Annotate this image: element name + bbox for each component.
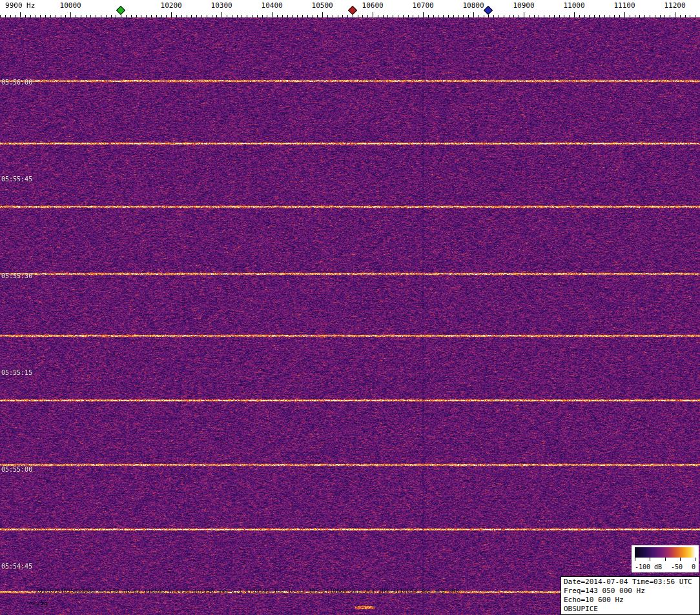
ruler-tick bbox=[166, 15, 167, 17]
ruler-tick bbox=[86, 15, 87, 17]
ruler-tick bbox=[61, 15, 61, 17]
blue-diamond-marker-icon[interactable] bbox=[484, 6, 493, 15]
ruler-tick bbox=[423, 12, 424, 17]
ruler-tick bbox=[635, 15, 635, 17]
ruler-tick bbox=[484, 15, 484, 17]
ruler-tick bbox=[201, 15, 202, 17]
ruler-tick bbox=[438, 15, 438, 17]
ruler-tick bbox=[353, 15, 353, 17]
ruler-tick bbox=[207, 15, 207, 17]
spectrogram-waterfall: 05:56:0005:55:4505:55:3005:55:1505:55:00… bbox=[0, 17, 700, 615]
ruler-tick bbox=[156, 15, 157, 17]
meteor-spectrogram-app: 9900 Hz100001020010300104001050010600107… bbox=[0, 0, 700, 615]
ruler-tick bbox=[45, 15, 46, 17]
ruler-tick bbox=[342, 15, 343, 17]
ruler-tick bbox=[670, 15, 670, 17]
ruler-tick bbox=[393, 15, 393, 17]
ruler-tick bbox=[221, 12, 222, 17]
ruler-tick bbox=[141, 15, 141, 17]
ruler-tick bbox=[574, 12, 575, 17]
ruler-tick bbox=[387, 15, 388, 17]
ruler-tick bbox=[65, 15, 66, 17]
ruler-tick bbox=[171, 12, 172, 17]
ruler-tick bbox=[131, 15, 132, 17]
freq-tick-label: 10500 bbox=[312, 2, 333, 9]
freq-tick-label: 11200 bbox=[664, 2, 685, 9]
ruler-tick bbox=[96, 15, 96, 17]
ruler-tick bbox=[650, 15, 650, 17]
ruler-tick bbox=[599, 15, 600, 17]
ruler-tick bbox=[242, 15, 242, 17]
freq-tick-label: 10000 bbox=[60, 2, 81, 9]
ruler-tick bbox=[655, 15, 655, 17]
ruler-tick bbox=[232, 15, 232, 17]
ruler-tick bbox=[695, 15, 695, 17]
ruler-tick bbox=[362, 15, 363, 17]
ruler-tick bbox=[151, 15, 152, 17]
ruler-tick bbox=[534, 15, 535, 17]
ruler-tick bbox=[25, 15, 26, 17]
ruler-tick bbox=[413, 15, 413, 17]
ruler-tick bbox=[433, 15, 434, 17]
ruler-tick bbox=[428, 15, 429, 17]
ruler-tick bbox=[227, 15, 227, 17]
ruler-tick bbox=[313, 15, 313, 17]
colorbar-label-max: 0 bbox=[692, 563, 695, 570]
ruler-tick bbox=[473, 12, 474, 17]
ruler-tick bbox=[463, 15, 464, 17]
ruler-tick bbox=[76, 15, 76, 17]
ruler-tick bbox=[358, 15, 358, 17]
ruler-tick bbox=[493, 15, 494, 17]
red-diamond-marker-icon[interactable] bbox=[348, 6, 357, 15]
time-tick-label: 05:55:45 bbox=[1, 176, 32, 183]
time-tick-label: 05:54:45 bbox=[1, 563, 32, 570]
ruler-tick bbox=[70, 12, 71, 17]
info-frequency: Freq=143 050 000 Hz bbox=[564, 587, 697, 596]
ruler-tick bbox=[267, 15, 267, 17]
ruler-tick bbox=[36, 15, 36, 17]
ruler-tick bbox=[539, 15, 539, 17]
ruler-tick bbox=[453, 15, 454, 17]
green-diamond-marker-icon[interactable] bbox=[116, 6, 125, 15]
ruler-tick bbox=[272, 12, 273, 17]
ruler-tick bbox=[610, 15, 610, 17]
info-date-time: Date=2014-07-04 Time=03:56 UTC bbox=[564, 578, 697, 587]
ruler-tick bbox=[176, 15, 177, 17]
ruler-tick bbox=[333, 15, 333, 17]
freq-tick-label: 10600 bbox=[362, 2, 384, 9]
ruler-tick bbox=[664, 15, 665, 17]
colorbar-labels: -100 dB -50 0 bbox=[635, 563, 695, 570]
ruler-tick bbox=[604, 15, 605, 17]
ruler-tick bbox=[101, 15, 101, 17]
info-station: OBSUPICE bbox=[564, 605, 697, 614]
ruler-tick bbox=[513, 15, 514, 17]
ruler-tick bbox=[504, 15, 504, 17]
ruler-tick bbox=[161, 15, 162, 17]
ruler-tick bbox=[479, 15, 479, 17]
colorbar-gradient bbox=[635, 547, 695, 561]
ruler-tick bbox=[15, 15, 15, 17]
trigger-note-text: ^t+39 bbox=[28, 602, 48, 609]
ruler-tick bbox=[302, 15, 303, 17]
ruler-tick bbox=[292, 15, 293, 17]
ruler-tick bbox=[262, 15, 263, 17]
colorbar-label-min: -100 dB bbox=[635, 563, 662, 570]
ruler-tick bbox=[549, 15, 550, 17]
ruler-tick bbox=[639, 15, 640, 17]
ruler-tick bbox=[106, 15, 107, 17]
ruler-tick bbox=[624, 12, 625, 17]
ruler-tick bbox=[81, 15, 81, 17]
ruler-tick bbox=[418, 15, 418, 17]
ruler-tick bbox=[196, 15, 197, 17]
ruler-tick bbox=[0, 15, 1, 17]
ruler-tick bbox=[116, 15, 116, 17]
ruler-tick bbox=[282, 15, 283, 17]
ruler-tick bbox=[589, 15, 590, 17]
ruler-tick bbox=[529, 15, 530, 17]
ruler-tick bbox=[564, 15, 564, 17]
freq-tick-label: 9900 Hz bbox=[5, 2, 35, 9]
ruler-tick bbox=[468, 15, 469, 17]
ruler-tick bbox=[403, 15, 404, 17]
ruler-tick bbox=[307, 15, 308, 17]
ruler-tick bbox=[212, 15, 212, 17]
